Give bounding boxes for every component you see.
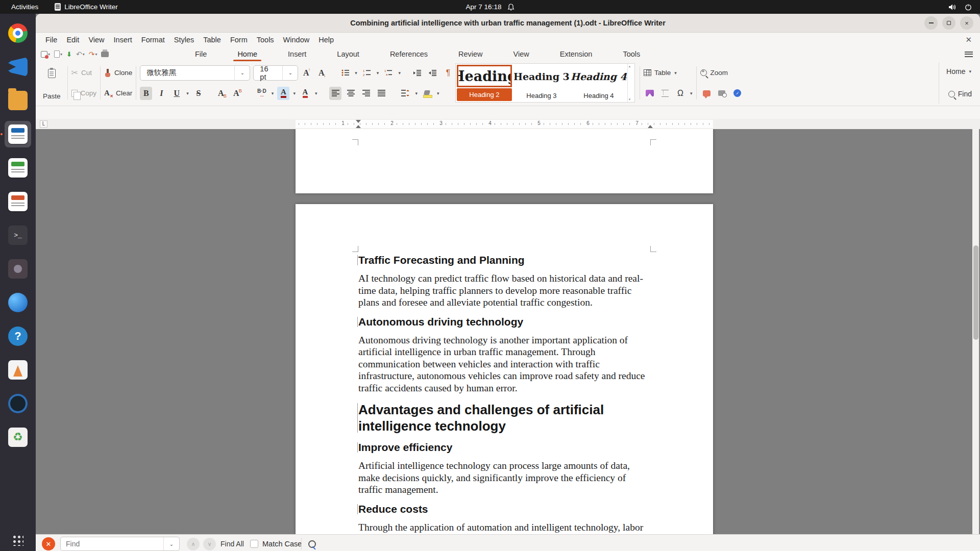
style-heading2-item[interactable]: Heading Heading 2 (456, 64, 513, 102)
tab-home[interactable]: Home (222, 48, 273, 60)
volume-icon[interactable] (948, 4, 957, 11)
menu-form[interactable]: Form (226, 34, 252, 45)
save-icon[interactable]: ▾ (41, 51, 50, 58)
font-name-combobox[interactable]: 微软雅黑 ⌄ (140, 65, 250, 81)
style-heading3-item[interactable]: Heading 3 Heading 3 (513, 64, 570, 102)
insert-special-character-button[interactable]: Ω (674, 87, 687, 100)
find-next-button[interactable]: ∨ (203, 538, 216, 550)
align-left-button[interactable] (329, 87, 341, 100)
table-dropdown-icon[interactable]: ▾ (674, 70, 677, 76)
heading-autonomous-driving[interactable]: Autonomous driving technology (358, 315, 651, 329)
heading-improve-efficiency[interactable]: Improve efficiency (358, 441, 651, 454)
paste-label[interactable]: Paste (43, 92, 61, 100)
tab-references[interactable]: References (375, 48, 443, 60)
menu-view[interactable]: View (84, 34, 109, 45)
paragraph[interactable]: Through the application of automation an… (358, 521, 651, 535)
page-2[interactable]: Traffic Forecasting and Planning AI tech… (296, 204, 713, 534)
menubar-toggle-icon[interactable] (965, 52, 973, 57)
insert-comment-button[interactable] (700, 87, 713, 100)
find-input[interactable] (61, 540, 163, 548)
bold-button[interactable]: B (140, 87, 152, 100)
clone-formatting-button[interactable]: Clone (104, 64, 132, 82)
left-indent-marker[interactable] (356, 125, 361, 128)
numbered-list-dropdown-icon[interactable]: ▾ (376, 70, 380, 76)
dock-item-vscode[interactable] (5, 54, 31, 80)
highlight-dropdown-icon[interactable]: ▾ (314, 91, 318, 96)
dock-item-help[interactable]: ? (5, 323, 31, 349)
activities-button[interactable]: Activities (0, 3, 50, 11)
tab-extension[interactable]: Extension (545, 48, 608, 60)
insert-image-button[interactable] (644, 87, 656, 100)
document-text[interactable]: Traffic Forecasting and Planning AI tech… (358, 254, 651, 534)
dock-item-browser[interactable] (5, 289, 31, 316)
dock-item-app[interactable] (5, 256, 31, 282)
heading-reduce-costs[interactable]: Reduce costs (358, 503, 651, 516)
highlight-color-button[interactable]: A (299, 87, 311, 100)
menu-insert[interactable]: Insert (109, 34, 137, 45)
page-1-bottom[interactable] (296, 129, 713, 193)
menu-table[interactable]: Table (199, 34, 226, 45)
line-spacing-button[interactable] (399, 87, 411, 100)
character-spacing-button[interactable]: B·D↔ (256, 87, 268, 100)
heading-advantages-challenges[interactable]: Advantages and challenges of artificial … (358, 402, 651, 434)
find-input-combo[interactable]: ⌄ (60, 537, 180, 551)
show-applications-button[interactable] (12, 535, 23, 546)
tab-view[interactable]: View (498, 48, 545, 60)
dock-item-chrome[interactable] (5, 20, 31, 46)
close-document-icon[interactable]: ✕ (965, 35, 972, 44)
font-color-dropdown-icon[interactable]: ▾ (292, 91, 296, 96)
insert-page-break-button[interactable] (659, 87, 671, 100)
paragraph-background-dropdown-icon[interactable]: ▾ (436, 91, 440, 96)
match-case-label[interactable]: Match Case (262, 540, 302, 548)
font-name-dropdown-icon[interactable]: ⌄ (234, 66, 250, 80)
style-heading4-item[interactable]: Heading 4 Heading 4 (570, 64, 627, 102)
align-right-button[interactable] (360, 87, 372, 100)
document-canvas[interactable]: Traffic Forecasting and Planning AI tech… (36, 129, 980, 534)
tab-stop-selector[interactable]: L (40, 120, 47, 128)
menu-tools[interactable]: Tools (252, 34, 279, 45)
heading-traffic-forecasting[interactable]: Traffic Forecasting and Planning (358, 254, 651, 267)
new-document-icon[interactable]: ▾ (54, 51, 62, 58)
decrease-indent-button[interactable] (427, 66, 439, 80)
paragraph[interactable]: Artificial intelligence technology can p… (358, 460, 651, 496)
maximize-button[interactable] (942, 16, 955, 30)
match-case-checkbox[interactable] (250, 540, 258, 548)
copy-button[interactable]: Copy (71, 84, 97, 102)
clear-formatting-button[interactable]: AClear (104, 84, 132, 102)
zoom-button[interactable]: Zoom (700, 64, 743, 82)
superscript-button[interactable]: AB (232, 87, 244, 100)
close-find-bar-button[interactable]: ✕ (42, 537, 55, 550)
bullet-list-dropdown-icon[interactable]: ▾ (354, 70, 358, 76)
undo-icon[interactable]: ↶▾ (76, 50, 85, 58)
scrollbar-thumb[interactable] (973, 245, 978, 340)
insert-table-button[interactable]: Table ▾ (644, 64, 693, 82)
power-icon[interactable] (965, 4, 972, 11)
special-character-dropdown-icon[interactable]: ▾ (690, 91, 693, 96)
font-color-button[interactable]: A (277, 87, 289, 100)
paragraph[interactable]: AI technology can predict traffic flow b… (358, 272, 651, 309)
underline-button[interactable]: U (170, 87, 183, 100)
find-previous-button[interactable]: ∧ (187, 538, 200, 550)
character-spacing-dropdown-icon[interactable]: ▾ (271, 91, 275, 96)
gallery-scrollbar[interactable]: ▲▼ (627, 64, 631, 102)
menu-help[interactable]: Help (314, 34, 338, 45)
menu-edit[interactable]: Edit (62, 34, 84, 45)
tab-layout[interactable]: Layout (322, 48, 375, 60)
menu-format[interactable]: Format (137, 34, 169, 45)
cut-button[interactable]: ✂Cut (71, 64, 97, 82)
bullet-list-button[interactable] (339, 66, 351, 80)
print-preview-button[interactable] (716, 87, 728, 100)
navigator-button[interactable] (731, 87, 743, 100)
align-center-button[interactable] (345, 87, 357, 100)
find-history-dropdown-icon[interactable]: ⌄ (163, 537, 179, 550)
font-size-combobox[interactable]: 16 pt ⌄ (253, 65, 298, 81)
window-titlebar[interactable]: Combining artificial intelligence with u… (36, 14, 980, 33)
menu-window[interactable]: Window (279, 34, 314, 45)
close-button[interactable]: × (960, 16, 973, 30)
justify-button[interactable] (375, 87, 387, 100)
focused-app-menu[interactable]: LibreOffice Writer (50, 3, 123, 11)
tab-insert[interactable]: Insert (273, 48, 322, 60)
underline-dropdown-icon[interactable]: ▾ (186, 91, 189, 96)
decrease-font-size-button[interactable]: A↓ (316, 66, 329, 80)
paragraph-background-button[interactable] (421, 87, 433, 100)
